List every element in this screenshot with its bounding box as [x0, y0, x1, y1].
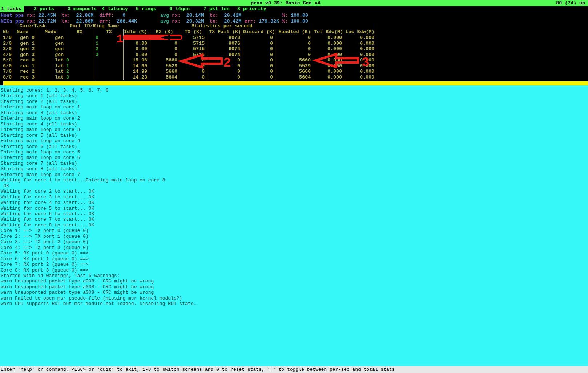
- table-cell: 0: [242, 35, 276, 41]
- table-cell: 4/0: [0, 52, 12, 58]
- stats-segment: 20.42M: [224, 13, 242, 18]
- stats-segment: Host pps: [1, 13, 24, 18]
- stats-line-1: Host pps rx: 22.45M tx: 22.86M diff: 0 a…: [1, 13, 308, 19]
- uptime-counter: 80 (74) up: [556, 0, 585, 6]
- table-cell: [65, 52, 94, 58]
- table-cell: 0.000: [313, 35, 344, 41]
- stats-segment: %:: [282, 13, 291, 18]
- stats-segment: avg: [160, 13, 169, 18]
- header-cell: Name: [12, 29, 36, 35]
- table-cell: 5715: [179, 52, 208, 58]
- log-line: OK: [0, 183, 588, 189]
- table-cell: 0.000: [344, 57, 376, 63]
- table-cell: [65, 35, 94, 41]
- tab-5-rings[interactable]: 5 rings: [136, 6, 156, 12]
- table-row: 5/0rec 0lat015.96566000056600.0000.000: [0, 57, 376, 63]
- log-line: Core 6: RX port 1 (queue 0) ==>: [0, 256, 588, 262]
- header-cell: TX Fail (K): [208, 29, 242, 35]
- table-cell: 0.000: [344, 63, 376, 69]
- table-cell: 2/0: [0, 41, 12, 47]
- table-cell: [94, 75, 124, 80]
- log-line: warn Failed to open msr pseudo-file (mis…: [0, 296, 588, 301]
- table-cell: 9074: [208, 46, 242, 52]
- table-cell: 0: [276, 41, 313, 47]
- log-line: Starting core 8 (all tasks): [0, 166, 588, 172]
- table-cell: 2: [65, 69, 94, 75]
- stats-segment: [241, 13, 282, 18]
- table-cell: 0: [242, 41, 276, 47]
- tab-8-priority[interactable]: 8 priority: [237, 6, 266, 12]
- log-line: Entering main loop on core 6: [0, 155, 588, 160]
- table-row: 7/0rec 2lat214.99566000056600.0000.000: [0, 69, 376, 75]
- table-row: 2/0gen 1gen10.00057159076000.0000.000: [0, 41, 376, 47]
- log-line: Starting cores: 1, 2, 3, 4, 5, 6, 7, 8: [0, 88, 588, 93]
- table-cell: 3: [94, 52, 124, 58]
- table-cell: 0.000: [313, 46, 344, 52]
- log-line: Entering main loop on core 7: [0, 172, 588, 177]
- header-cell: RX (K): [150, 29, 179, 35]
- table-cell: 0.000: [313, 52, 344, 58]
- status-bar: Enter 'help' or command, <ESC> or 'quit'…: [0, 366, 588, 373]
- table-cell: 0.00: [124, 52, 150, 58]
- tab-2-ports[interactable]: 2 ports: [34, 6, 54, 12]
- group-port-id-ring-name: Port ID/Ring Name: [65, 23, 124, 29]
- table-cell: 0.000: [313, 69, 344, 75]
- log-line: Core 8: RX port 3 (queue 0) ==>: [0, 268, 588, 273]
- table-cell: 5660: [150, 57, 179, 63]
- table-cell: 0.000: [344, 41, 376, 47]
- table-cell: [94, 69, 124, 75]
- table-cell: 0: [179, 75, 208, 80]
- log-line: Starting core 6 (all tasks): [0, 144, 588, 149]
- table-cell: gen: [36, 52, 65, 58]
- group-statistics-per-second: Statistics per second: [192, 23, 253, 29]
- header-cell: Loc Bdw(M): [344, 29, 376, 35]
- table-cell: 0.000: [344, 46, 376, 52]
- stats-segment: rx:: [169, 13, 186, 18]
- stats-segment: 20.14M: [186, 13, 204, 18]
- tab-bar: 1 tasks2 ports3 mempools4 latency5 rings…: [0, 6, 588, 12]
- log-line: Waiting for core 3 to start... OK: [0, 194, 588, 200]
- table-group-header: Core/Task Port ID/Ring Name Statistics p…: [0, 23, 376, 29]
- table-cell: 0: [150, 41, 179, 47]
- log-line: Waiting for core 2 to start... OK: [0, 189, 588, 194]
- status-hint: Enter 'help' or command, <ESC> or 'quit'…: [0, 366, 395, 373]
- table-cell: 0.000: [313, 57, 344, 63]
- header-cell: TX (K): [179, 29, 208, 35]
- table-row: 3/0gen 2gen20.00057159074000.0000.000: [0, 46, 376, 52]
- table-cell: 5604: [276, 75, 313, 80]
- table-row: 8/0rec 3lat314.23560400056040.0000.000: [0, 75, 376, 80]
- stats-segment: diff:: [93, 13, 122, 18]
- stats-segment: rx:: [24, 13, 39, 18]
- group-separator: [65, 23, 65, 29]
- table-cell: 14.99: [124, 69, 150, 75]
- table-cell: 0.000: [344, 69, 376, 75]
- table-cell: rec 0: [12, 57, 36, 63]
- stats-segment: [125, 13, 160, 18]
- group-separator: [376, 23, 376, 29]
- header-cell: Idle (%): [124, 29, 150, 35]
- tab-3-mempools[interactable]: 3 mempools: [68, 6, 97, 12]
- log-line: Waiting for core 6 to start... OK: [0, 211, 588, 217]
- tab-4-latency[interactable]: 4 latency: [102, 6, 128, 12]
- table-cell: 5660: [150, 69, 179, 75]
- table-cell: 1: [94, 41, 124, 47]
- tab-7-pkt_len[interactable]: 7 pkt_len: [204, 6, 230, 12]
- table-cell: gen 2: [12, 46, 36, 52]
- header-cell: Tot Bdw(M): [313, 29, 344, 35]
- log-line: Core 2: ==> TX port 1 (queue 0): [0, 234, 588, 239]
- table-cell: 0.000: [344, 75, 376, 80]
- table-cell: 0: [179, 69, 208, 75]
- tab-6-l4gen[interactable]: 6 l4gen: [169, 6, 190, 12]
- table-cell: 1/0: [0, 35, 12, 41]
- table-cell: 5660: [276, 57, 313, 63]
- header-cell: Discard (K): [242, 29, 276, 35]
- table-cell: 5660: [276, 69, 313, 75]
- table-cell: 0.000: [313, 41, 344, 47]
- log-line: Entering main loop on core 4: [0, 138, 588, 144]
- table-row: 4/0gen 3gen30.00057159074000.0000.000: [0, 52, 376, 58]
- log-line: warn Unsupported packet type a008 - CRC …: [0, 278, 588, 284]
- tab-1-tasks[interactable]: 1 tasks: [0, 6, 24, 12]
- table-cell: 9076: [208, 41, 242, 47]
- table-cell: 0.000: [344, 35, 376, 41]
- header-cell: Nb: [0, 29, 12, 35]
